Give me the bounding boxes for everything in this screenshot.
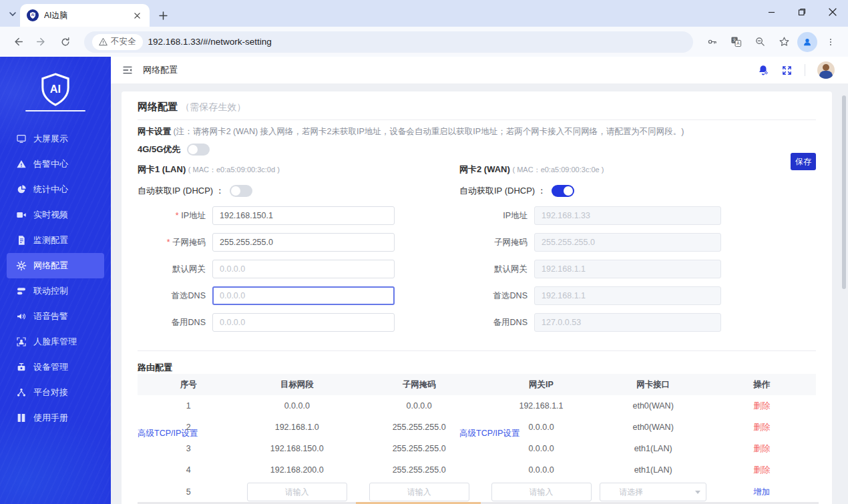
zoom-out-icon[interactable] (749, 31, 771, 53)
tab-close-icon[interactable] (131, 9, 143, 21)
row-mask: 255.255.255.0 (355, 444, 483, 453)
user-avatar[interactable] (817, 61, 835, 79)
table-new-row: 5 请选择 增加 (138, 481, 816, 503)
svg-text:AI: AI (31, 13, 35, 17)
tab-search-chevron-icon[interactable] (5, 7, 20, 21)
sidebar-item-label: 告警中心 (33, 158, 68, 170)
logo-divider (25, 110, 85, 111)
new-route-dest-input[interactable] (247, 483, 347, 501)
translate-icon[interactable]: 文A (725, 31, 747, 53)
sidebar-item-screen[interactable]: 大屏展示 (7, 126, 104, 152)
sidebar-item-alarm-center[interactable]: 告警中心 (7, 152, 104, 177)
star-icon[interactable] (773, 31, 795, 53)
sidebar-item-face-library[interactable]: 人脸库管理 (7, 329, 104, 354)
row-iface: eth1(LAN) (599, 444, 708, 453)
chevron-down-icon (695, 491, 700, 494)
new-route-iface-select[interactable]: 请选择 (600, 483, 706, 501)
security-label: 不安全 (111, 36, 136, 47)
sidebar-item-linkage-control[interactable]: 联动控制 (7, 278, 104, 304)
alarm-bell-gear-icon[interactable] (757, 64, 769, 76)
face-icon (16, 336, 27, 347)
sidebar-item-live-video[interactable]: 实时视频 (7, 202, 104, 228)
divider (138, 119, 816, 120)
save-button[interactable]: 保存 (791, 153, 816, 170)
kebab-menu-icon[interactable] (820, 31, 841, 53)
nic2-mac: ( MAC：e0:a5:09:00:3c:0e ) (512, 166, 604, 174)
nic2-dns1-label: 首选DNS (459, 290, 534, 302)
menu-fold-icon[interactable] (119, 61, 136, 79)
sidebar-item-label: 人脸库管理 (33, 336, 77, 348)
nic1-ip-label: IP地址 (138, 210, 212, 222)
sidebar-item-label: 平台对接 (33, 387, 68, 399)
delete-route-link[interactable]: 删除 (753, 401, 770, 411)
row-gateway: 0.0.0.0 (483, 465, 599, 475)
nic2-mask-input (534, 233, 721, 252)
close-icon[interactable] (817, 0, 848, 24)
profile-icon[interactable] (797, 32, 817, 52)
url-text[interactable]: 192.168.1.33/#/network-setting (148, 37, 272, 47)
nic2-dns1-input (534, 286, 721, 305)
row-gateway: 0.0.0.0 (483, 423, 599, 432)
sidebar-item-label: 统计中心 (33, 184, 68, 196)
fullscreen-icon[interactable] (781, 65, 793, 76)
table-row: 2 192.168.1.0 255.255.255.0 0.0.0.0 eth0… (138, 417, 816, 438)
minimize-icon[interactable] (756, 0, 787, 24)
divider (138, 350, 816, 351)
address-bar[interactable]: 不安全 192.168.1.33/#/network-setting (84, 31, 693, 53)
row-no: 1 (138, 401, 239, 411)
route-section-title: 路由配置 (138, 362, 172, 374)
nic2-ip-input (534, 206, 721, 225)
new-route-mask-input[interactable] (369, 483, 469, 501)
nic2-title: 网卡2 (WAN) (459, 164, 510, 174)
delete-route-link[interactable]: 删除 (753, 423, 770, 432)
browser-tab[interactable]: AI AI边脑 (20, 4, 150, 27)
sidebar-item-monitor-config[interactable]: 监测配置 (7, 228, 104, 253)
page-title-note: （需保存生效） (180, 101, 246, 112)
nic2-dhcp-toggle[interactable] (552, 185, 574, 197)
screen: AI AI边脑 (0, 0, 848, 504)
row-dest: 192.168.200.0 (239, 465, 355, 475)
nic1-mask-input[interactable] (212, 233, 395, 252)
maximize-icon[interactable] (787, 0, 817, 24)
delete-route-link[interactable]: 删除 (753, 444, 770, 453)
screen-icon (16, 134, 27, 144)
nic1-ip-input[interactable] (212, 206, 395, 225)
new-route-gateway-input[interactable] (491, 483, 592, 501)
row-gateway: 192.168.1.1 (483, 401, 599, 411)
content-scrollbar[interactable] (842, 95, 846, 289)
gear-icon (16, 260, 27, 271)
sidebar-item-label: 联动控制 (33, 285, 68, 297)
sidebar-item-stats-center[interactable]: 统计中心 (7, 177, 104, 202)
network-config-card: 网络配置 （需保存生效） 网卡设置 (注：请将网卡2 (WAN) 接入网络，若网… (122, 91, 832, 504)
security-chip[interactable]: 不安全 (92, 34, 143, 50)
header-divider (805, 64, 805, 76)
nic1-dhcp-toggle[interactable] (230, 185, 252, 197)
row-no: 2 (138, 423, 239, 432)
row-gateway: 0.0.0.0 (483, 444, 599, 453)
nic1-dns2-input[interactable] (212, 313, 395, 332)
reload-icon[interactable] (55, 31, 76, 53)
nic2-gateway-input (534, 260, 721, 278)
new-tab-icon[interactable] (155, 7, 171, 23)
sidebar-item-platform-connect[interactable]: 平台对接 (7, 380, 104, 405)
forward-icon[interactable] (31, 31, 52, 53)
sidebar-item-voice-alarm[interactable]: 语音告警 (7, 304, 104, 329)
fourg-priority-toggle[interactable] (187, 144, 210, 156)
sidebar-item-user-manual[interactable]: 使用手册 (7, 405, 104, 431)
sidebar-item-device-management[interactable]: 设备管理 (7, 354, 104, 380)
key-icon[interactable] (701, 31, 722, 53)
sidebar-item-network-config[interactable]: 网络配置 (7, 253, 104, 278)
back-icon[interactable] (7, 31, 28, 53)
row-iface: eth0(WAN) (599, 423, 708, 432)
nic1-dns1-input[interactable] (212, 286, 395, 305)
browser-toolbar: 不安全 192.168.1.33/#/network-setting 文A (0, 27, 848, 57)
sidebar-item-label: 实时视频 (33, 209, 68, 221)
sidebar-item-label: 大屏展示 (33, 133, 68, 145)
video-icon (16, 210, 27, 220)
sidebar-item-label: 使用手册 (33, 412, 68, 424)
nic1-section: 网卡1 (LAN) ( MAC：e0:a5:09:00:3c:0d ) 自动获取… (138, 164, 465, 340)
pie-icon (16, 184, 27, 195)
nic1-gateway-input[interactable] (212, 260, 395, 278)
delete-route-link[interactable]: 删除 (753, 465, 770, 475)
add-route-link[interactable]: 增加 (753, 487, 770, 497)
